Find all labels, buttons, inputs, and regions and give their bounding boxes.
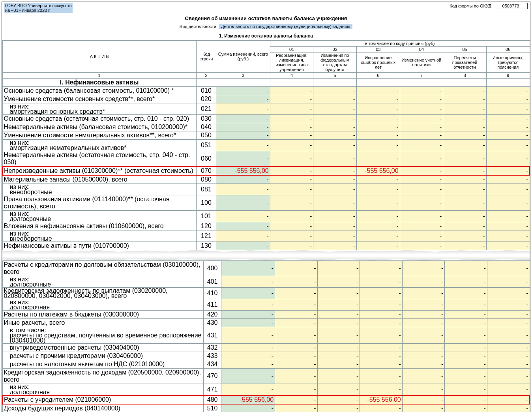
row-code: 070 xyxy=(196,167,216,175)
activity-label: Вид деятельности xyxy=(180,24,216,29)
row-c5: - xyxy=(443,131,487,140)
row-c2: - xyxy=(317,311,360,319)
row-sum: - xyxy=(216,195,270,211)
row-c1: - xyxy=(275,404,318,412)
table-row: Вложения в нефинансовые активы (01060000… xyxy=(2,222,530,230)
row-c2: - xyxy=(317,369,360,384)
document-frame: ГОБУ ВПО Университет искусств на «01» ян… xyxy=(2,2,530,412)
row-c3: - xyxy=(360,369,403,384)
row-c4: - xyxy=(400,151,443,167)
row-c4: - xyxy=(400,211,443,222)
row-c4: - xyxy=(402,319,445,327)
row-c5: - xyxy=(443,230,487,242)
row-name: Уменьшение стоимости основных средств**,… xyxy=(2,95,196,103)
row-c3: - xyxy=(360,404,403,412)
row-name: Непроизведенные активы (010300000)** (ос… xyxy=(2,167,196,175)
th-aktiv: А К Т И В xyxy=(2,41,196,73)
row-c6: - xyxy=(486,87,530,95)
row-c5: - xyxy=(443,195,487,211)
row-c2: - xyxy=(313,195,357,211)
row-c3: - xyxy=(356,95,400,103)
row-code: 051 xyxy=(196,140,216,151)
row-c6: - xyxy=(487,311,530,319)
row-code: 510 xyxy=(203,404,221,412)
row-c4: - xyxy=(400,222,443,230)
row-sum: - xyxy=(221,352,275,360)
row-c3: - xyxy=(356,195,400,211)
row-c5: - xyxy=(443,95,487,103)
row-sum: -555 556,00 xyxy=(221,395,275,404)
row-name: Права пользования активами (011140000)**… xyxy=(2,195,196,211)
row-name: Расчеты с учредителем (021006000) xyxy=(2,395,203,404)
row-c6: - xyxy=(487,360,530,369)
org-name: ГОБУ ВПО Университет искусств xyxy=(5,3,72,8)
row-c2: - xyxy=(313,242,357,250)
row-c2: - xyxy=(313,95,357,103)
row-name: из них: долгосрочные xyxy=(2,211,196,222)
row-c3: - xyxy=(356,140,400,151)
row-code: 120 xyxy=(196,222,216,230)
row-c3: - xyxy=(356,131,400,140)
row-code: 434 xyxy=(203,360,221,369)
table-row: Основные средства (балансовая стоимость,… xyxy=(2,87,530,95)
row-name: внутриведомственные расчеты (030404000) xyxy=(2,344,203,352)
row-name: Вложения в нефинансовые активы (01060000… xyxy=(2,222,196,230)
row-c2: - xyxy=(317,319,360,327)
row-c6: - xyxy=(487,327,530,344)
row-name: Расчеты с кредиторами по долговым обязат… xyxy=(2,261,203,276)
row-code: 410 xyxy=(203,288,221,299)
row-c6: - xyxy=(486,131,530,140)
row-c3: - xyxy=(360,352,403,360)
row-c6: - xyxy=(487,404,530,412)
row-c5: - xyxy=(443,87,487,95)
table-row: Материальные запасы (010500000), всего08… xyxy=(2,175,530,184)
row-code: 060 xyxy=(196,151,216,167)
th-n5: 5 xyxy=(313,73,357,79)
row-c4: - xyxy=(402,288,445,299)
th-r06: 06 xyxy=(486,47,530,52)
row-c2: - xyxy=(313,87,357,95)
row-c1: - xyxy=(270,175,313,184)
row-c6: - xyxy=(486,175,530,184)
row-c3: - xyxy=(356,184,400,195)
row-c3: -555 556,00 xyxy=(356,167,400,175)
row-sum: - xyxy=(221,404,275,412)
row-c4: - xyxy=(400,115,443,123)
row-c3: - xyxy=(360,311,403,319)
row-c5: - xyxy=(445,299,487,311)
table-row: из них: долгосрочная471------- xyxy=(2,384,530,396)
row-c1: - xyxy=(270,123,313,131)
row-c1: - xyxy=(270,95,313,103)
row-c1: - xyxy=(270,211,313,222)
row-c1: - xyxy=(270,195,313,211)
row-c5: - xyxy=(443,140,487,151)
row-c6: - xyxy=(486,230,530,242)
row-c2: - xyxy=(313,103,357,115)
row-c1: - xyxy=(275,261,318,276)
section-title: 1. Изменение остатков валюты баланса xyxy=(2,30,530,40)
row-c2: - xyxy=(317,404,360,412)
table-row: Нефинансовые активы в пути (010700000)13… xyxy=(2,242,530,250)
row-c5: - xyxy=(443,115,487,123)
row-c3: - xyxy=(360,276,403,288)
table-row: Кредиторская задолженность по доходам (0… xyxy=(2,369,530,384)
row-c6: - xyxy=(486,140,530,151)
row-name: Доходы будущих периодов (040140000) xyxy=(2,404,203,412)
row-c6: - xyxy=(487,276,530,288)
row-name: Нематериальные активы (остаточная стоимо… xyxy=(2,151,196,167)
table-row: из них: внеоборотные081------- xyxy=(2,184,530,195)
table-row: Уменьшение стоимости нематериальных акти… xyxy=(2,131,530,140)
row-sum: - xyxy=(216,95,270,103)
row-name: из них: амортизация нематериальных актив… xyxy=(2,140,196,151)
row-sum: - xyxy=(216,103,270,115)
row-c3: - xyxy=(360,288,403,299)
report-date: на «01» января 2020 г. xyxy=(5,8,72,13)
row-name: Нематериальные активы (балансовая стоимо… xyxy=(2,123,196,131)
row-sum: - xyxy=(221,311,275,319)
row-c6: - xyxy=(486,242,530,250)
table-row: Нематериальные активы (остаточная стоимо… xyxy=(2,151,530,167)
okud-block: Код формы по ОКУД 0503773 xyxy=(450,3,528,9)
row-c3: - xyxy=(356,222,400,230)
table-row: Нематериальные активы (балансовая стоимо… xyxy=(2,123,530,131)
row-c2: - xyxy=(313,140,357,151)
